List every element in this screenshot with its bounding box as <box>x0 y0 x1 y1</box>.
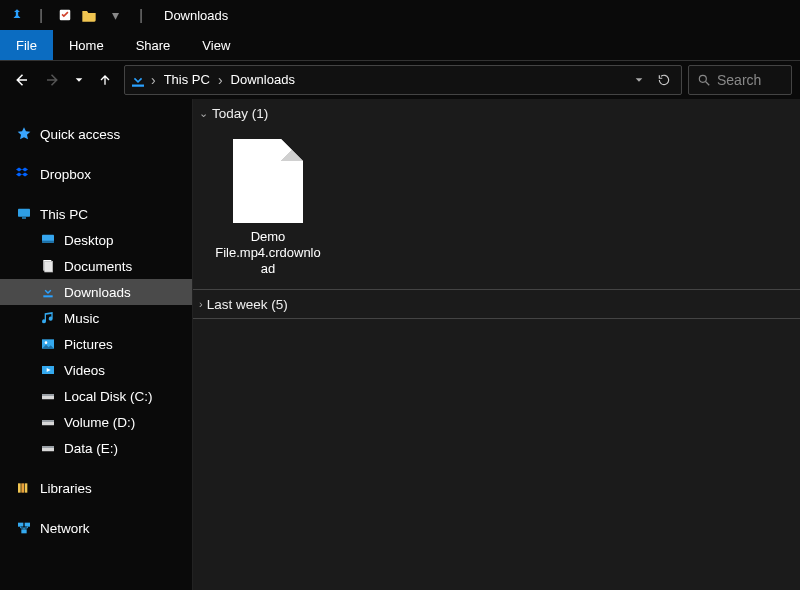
nav-back-button[interactable] <box>8 67 34 93</box>
search-icon <box>697 73 711 87</box>
nav-up-button[interactable] <box>92 67 118 93</box>
group-header-today[interactable]: ⌄ Today (1) <box>193 99 800 127</box>
sidebar-item-downloads[interactable]: Downloads <box>0 279 192 305</box>
refresh-button[interactable] <box>651 67 677 93</box>
svg-rect-22 <box>25 483 28 492</box>
address-bar[interactable]: › This PC › Downloads <box>124 65 682 95</box>
sidebar-item-data-e[interactable]: Data (E:) <box>0 435 192 461</box>
drive-icon <box>40 414 56 430</box>
sidebar-item-desktop[interactable]: Desktop <box>0 227 192 253</box>
dropbox-icon <box>16 166 32 182</box>
search-input[interactable]: Search <box>688 65 792 95</box>
sidebar-item-label: Volume (D:) <box>64 415 135 430</box>
chevron-right-icon[interactable]: › <box>149 72 158 88</box>
music-icon <box>40 310 56 326</box>
libraries-icon <box>16 480 32 496</box>
file-name-label: Demo File.mp4.crdownload <box>213 229 323 277</box>
breadcrumb-folder[interactable]: Downloads <box>227 66 299 94</box>
svg-point-12 <box>45 341 48 344</box>
sidebar-item-documents[interactable]: Documents <box>0 253 192 279</box>
desktop-icon <box>40 232 56 248</box>
properties-icon[interactable] <box>54 4 76 26</box>
monitor-icon <box>16 206 32 222</box>
chevron-right-icon: › <box>199 298 203 310</box>
svg-rect-1 <box>132 85 144 87</box>
svg-rect-4 <box>18 209 30 217</box>
tab-file[interactable]: File <box>0 30 53 60</box>
chevron-down-icon: ⌄ <box>199 107 208 120</box>
file-grid-today: Demo File.mp4.crdownload <box>193 127 800 289</box>
sidebar-item-label: Network <box>40 521 90 536</box>
downloads-icon <box>40 284 56 300</box>
pictures-icon <box>40 336 56 352</box>
chevron-right-icon[interactable]: › <box>216 72 225 88</box>
pin-icon[interactable] <box>6 4 28 26</box>
nav-forward-button[interactable] <box>40 67 66 93</box>
address-bar-row: › This PC › Downloads Search <box>0 61 800 99</box>
sidebar-item-label: Dropbox <box>40 167 91 182</box>
recent-locations-button[interactable] <box>72 67 86 93</box>
address-dropdown-button[interactable] <box>629 67 649 93</box>
quick-access-toolbar: | ▾ | <box>6 4 152 26</box>
tab-home[interactable]: Home <box>53 30 120 60</box>
sidebar-item-label: Quick access <box>40 127 120 142</box>
drive-icon <box>40 388 56 404</box>
sidebar-item-pictures[interactable]: Pictures <box>0 331 192 357</box>
group-label: Today (1) <box>212 106 268 121</box>
svg-rect-19 <box>42 446 54 448</box>
svg-rect-9 <box>45 261 53 272</box>
svg-line-3 <box>706 82 710 86</box>
sidebar-item-libraries[interactable]: Libraries <box>0 475 192 501</box>
svg-rect-5 <box>22 217 26 218</box>
svg-rect-17 <box>42 420 54 422</box>
content-pane: ⌄ Today (1) Demo File.mp4.crdownload › L… <box>193 99 800 590</box>
drive-icon <box>40 440 56 456</box>
downloads-icon <box>129 71 147 89</box>
breadcrumb-root[interactable]: This PC <box>160 66 214 94</box>
title-bar: | ▾ | Downloads <box>0 0 800 30</box>
sidebar-item-label: This PC <box>40 207 88 222</box>
sidebar-item-quick-access[interactable]: Quick access <box>0 121 192 147</box>
sidebar-item-music[interactable]: Music <box>0 305 192 331</box>
ribbon-tabs: File Home Share View <box>0 30 800 61</box>
videos-icon <box>40 362 56 378</box>
svg-rect-7 <box>42 241 54 243</box>
sidebar-item-local-c[interactable]: Local Disk (C:) <box>0 383 192 409</box>
sidebar-item-label: Data (E:) <box>64 441 118 456</box>
svg-point-2 <box>699 75 706 82</box>
sidebar-item-videos[interactable]: Videos <box>0 357 192 383</box>
sidebar-item-dropbox[interactable]: Dropbox <box>0 161 192 187</box>
group-label: Last week (5) <box>207 297 288 312</box>
svg-rect-15 <box>42 394 54 396</box>
svg-rect-24 <box>25 523 30 527</box>
file-item[interactable]: Demo File.mp4.crdownload <box>213 139 323 277</box>
svg-rect-25 <box>21 529 26 533</box>
search-placeholder: Search <box>717 72 761 88</box>
documents-icon <box>40 258 56 274</box>
svg-rect-10 <box>43 295 52 297</box>
sidebar-item-label: Videos <box>64 363 105 378</box>
sidebar-item-this-pc[interactable]: This PC <box>0 201 192 227</box>
sidebar-item-label: Desktop <box>64 233 114 248</box>
sidebar-item-label: Pictures <box>64 337 113 352</box>
sidebar-item-network[interactable]: Network <box>0 515 192 541</box>
svg-rect-21 <box>21 483 24 492</box>
network-icon <box>16 520 32 536</box>
star-icon <box>16 126 32 142</box>
sidebar-item-label: Libraries <box>40 481 92 496</box>
svg-rect-20 <box>18 483 21 492</box>
sidebar-item-label: Documents <box>64 259 132 274</box>
file-thumb-icon <box>233 139 303 223</box>
folder-icon[interactable] <box>78 4 100 26</box>
sidebar-item-label: Local Disk (C:) <box>64 389 153 404</box>
tab-share[interactable]: Share <box>120 30 187 60</box>
window-title: Downloads <box>164 8 228 23</box>
sidebar-item-label: Downloads <box>64 285 131 300</box>
group-header-last-week[interactable]: › Last week (5) <box>193 289 800 319</box>
svg-rect-23 <box>18 523 23 527</box>
sidebar-item-label: Music <box>64 311 99 326</box>
tab-view[interactable]: View <box>186 30 246 60</box>
sidebar-item-volume-d[interactable]: Volume (D:) <box>0 409 192 435</box>
nav-pane: Quick access Dropbox This PC Desktop Doc… <box>0 99 193 590</box>
